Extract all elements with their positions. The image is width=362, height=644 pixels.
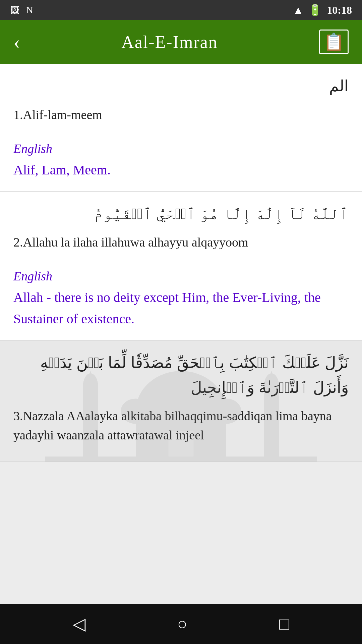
header: ‹ Aal-E-Imran 📋 — [0, 20, 362, 64]
notification-icon: N — [26, 5, 33, 15]
transliteration-3: 3.Nazzala AAalayka alkitaba bilhaqqimu-s… — [13, 407, 349, 445]
content-area: الم 1.Alif-lam-meem English Alif, Lam, M… — [0, 64, 362, 604]
status-bar: 🖼 N ▲ 🔋 10:18 — [0, 0, 362, 20]
verse-block-2: ٱللَّهُ لَآ إِلَٰهَ إِلَّا هُوَ ٱلۡحَيُّ… — [0, 192, 362, 341]
nav-back-button[interactable]: ◁ — [73, 614, 85, 634]
status-icons-left: 🖼 N — [10, 5, 33, 16]
clock: 10:18 — [327, 4, 352, 16]
status-icons-right: ▲ 🔋 10:18 — [293, 4, 352, 16]
verse-block-1: الم 1.Alif-lam-meem English Alif, Lam, M… — [0, 64, 362, 192]
battery-icon: 🔋 — [308, 4, 322, 16]
page-title: Aal-E-Imran — [121, 32, 218, 52]
verse-block-3: نَزَّلَ عَلَيۡكَ ٱلۡكِتَٰبَ بِٱلۡحَقِّ م… — [0, 340, 362, 462]
arabic-text-1: الم — [13, 74, 349, 99]
english-translation-2: Allah - there is no deity except Him, th… — [13, 287, 349, 330]
nav-bar: ◁ ○ □ — [0, 604, 362, 644]
nav-recents-button[interactable]: □ — [279, 614, 289, 634]
transliteration-1: 1.Alif-lam-meem — [13, 105, 349, 124]
quran-icon[interactable]: 📋 — [319, 30, 349, 54]
arabic-text-2: ٱللَّهُ لَآ إِلَٰهَ إِلَّا هُوَ ٱلۡحَيُّ… — [13, 202, 349, 226]
english-label-2: English — [13, 269, 349, 283]
english-translation-1: Alif, Lam, Meem. — [13, 159, 349, 181]
signal-icon: ▲ — [293, 4, 304, 16]
arabic-text-3: نَزَّلَ عَلَيۡكَ ٱلۡكِتَٰبَ بِٱلۡحَقِّ م… — [13, 351, 349, 400]
transliteration-2: 2.Allahu la ilaha illahuwa alhayyu alqay… — [13, 233, 349, 252]
nav-home-button[interactable]: ○ — [177, 614, 187, 634]
image-icon: 🖼 — [10, 5, 19, 16]
english-label-1: English — [13, 141, 349, 156]
back-button[interactable]: ‹ — [13, 32, 20, 52]
svg-rect-11 — [45, 457, 317, 462]
